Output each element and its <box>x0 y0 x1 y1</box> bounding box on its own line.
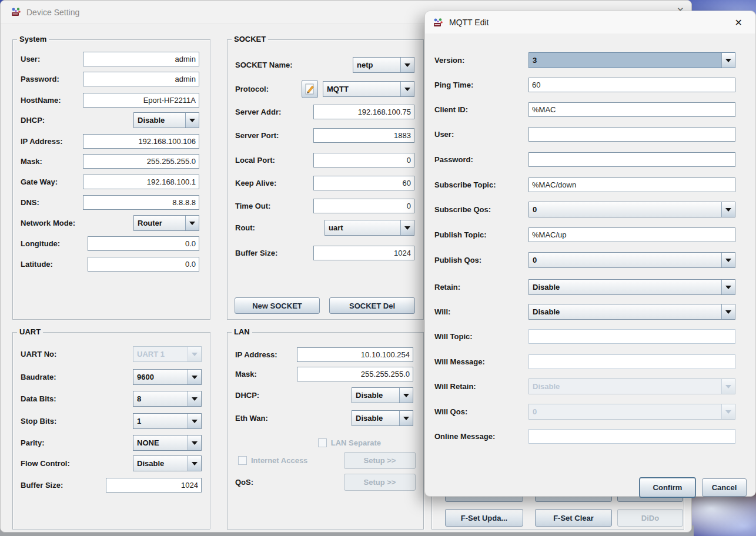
chevron-down-icon <box>721 404 735 419</box>
version-select[interactable]: 3 <box>528 52 735 68</box>
subscribe-topic-input[interactable] <box>528 177 735 192</box>
flow-control-select[interactable]: Disable <box>133 455 202 471</box>
system-group-title: System <box>17 34 49 45</box>
lan-group: LAN IP Address: Mask: DHCP: Disable Eth … <box>227 332 424 530</box>
field-row: Will Topic: <box>434 329 735 344</box>
internet-access-checkbox[interactable] <box>238 456 247 465</box>
rout-select[interactable]: uart <box>325 220 414 236</box>
field-row: Rout: uart <box>235 220 414 236</box>
socket-name-value: netp <box>353 58 400 72</box>
eth-wan-select[interactable]: Disable <box>352 410 413 426</box>
chevron-down-icon <box>721 304 735 319</box>
field-row: DHCP: Disable <box>21 112 199 128</box>
chevron-down-icon <box>185 216 199 230</box>
ip-address-input[interactable] <box>83 134 199 149</box>
will-topic-input[interactable] <box>528 329 735 344</box>
chevron-down-icon <box>399 411 413 426</box>
server-port-input[interactable] <box>313 128 414 143</box>
password-input[interactable] <box>83 72 199 86</box>
new-socket-button[interactable]: New SOCKET <box>235 297 320 314</box>
baudrate-select[interactable]: 9600 <box>133 369 202 385</box>
qos-setup-button[interactable]: Setup >> <box>344 474 416 491</box>
online-message-input[interactable] <box>528 429 735 444</box>
socket-del-button[interactable]: SOCKET Del <box>329 297 415 314</box>
socket-buffer-size-input[interactable] <box>313 246 414 260</box>
will-select[interactable]: Disable <box>528 304 735 320</box>
will-retain-select[interactable]: Disable <box>528 378 735 394</box>
gateway-input[interactable] <box>83 175 199 189</box>
will-qos-label: Will Qos: <box>434 407 467 416</box>
dido-button[interactable]: DiDo <box>617 509 683 527</box>
protocol-value: MQTT <box>323 82 400 96</box>
field-row: Gate Way: <box>21 174 199 190</box>
mqtt-edit-titlebar[interactable]: MQTT Edit ✕ <box>425 11 755 34</box>
data-bits-select[interactable]: 8 <box>133 391 202 407</box>
mqtt-user-input[interactable] <box>528 127 735 142</box>
stop-bits-select[interactable]: 1 <box>133 413 202 429</box>
mask-input[interactable] <box>83 154 199 169</box>
mqtt-edit-dialog: MQTT Edit ✕ Version: 3 Ping Time: Client… <box>424 11 756 497</box>
retain-select[interactable]: Disable <box>528 279 735 295</box>
confirm-button[interactable]: Confirm <box>640 478 695 497</box>
version-value: 3 <box>529 53 721 68</box>
user-label: User: <box>21 55 40 63</box>
field-row: Protocol: MQTT <box>235 80 414 98</box>
longitude-input[interactable] <box>88 236 199 251</box>
parity-value: NONE <box>133 436 188 450</box>
keep-alive-input[interactable] <box>313 176 414 190</box>
lan-mask-input[interactable] <box>297 367 413 381</box>
protocol-edit-button[interactable] <box>302 80 318 98</box>
fset-clear-button[interactable]: F-Set Clear <box>535 509 612 527</box>
uart-buffer-size-input[interactable] <box>106 478 202 493</box>
field-row: Client ID: <box>434 102 735 118</box>
client-id-input[interactable] <box>528 102 735 117</box>
ping-time-input[interactable] <box>528 78 735 92</box>
socket-name-select[interactable]: netp <box>353 57 414 73</box>
uart-no-select[interactable]: UART 1 <box>133 346 202 362</box>
lan-separate-checkbox[interactable] <box>318 438 327 447</box>
lan-dhcp-select[interactable]: Disable <box>352 387 413 403</box>
chevron-down-icon <box>721 202 735 217</box>
server-addr-input[interactable] <box>313 105 414 119</box>
dns-input[interactable] <box>83 195 199 210</box>
hostname-input[interactable] <box>83 93 199 108</box>
internet-access-setup-button[interactable]: Setup >> <box>344 452 416 469</box>
eth-wan-label: Eth Wan: <box>235 414 268 423</box>
dns-label: DNS: <box>21 198 39 207</box>
field-row: Buffer Size: <box>21 477 202 493</box>
lan-ip-address-input[interactable] <box>297 347 413 362</box>
latitude-input[interactable] <box>88 257 199 272</box>
field-row: Data Bits: 8 <box>21 391 202 407</box>
version-label: Version: <box>434 56 464 65</box>
chevron-down-icon <box>188 436 201 450</box>
socket-group-title: SOCKET <box>232 34 268 45</box>
user-input[interactable] <box>83 52 199 66</box>
field-row: Retain: Disable <box>434 279 735 295</box>
will-message-input[interactable] <box>528 354 735 369</box>
local-port-input[interactable] <box>313 153 414 168</box>
publish-topic-input[interactable] <box>528 227 735 242</box>
subscribe-qos-select[interactable]: 0 <box>528 202 735 217</box>
field-row: Buffer Size: <box>235 245 414 261</box>
will-qos-select[interactable]: 0 <box>528 404 735 420</box>
dialog-close-icon[interactable]: ✕ <box>730 16 747 29</box>
field-row: IP Address: <box>235 347 413 363</box>
field-row: Server Addr: <box>235 104 414 120</box>
time-out-input[interactable] <box>313 199 414 213</box>
field-row: QoS: Setup >> <box>235 473 416 491</box>
fset-update-button[interactable]: F-Set Upda... <box>445 509 523 527</box>
mqtt-user-label: User: <box>434 130 454 139</box>
chevron-down-icon <box>721 379 735 394</box>
field-row: Time Out: <box>235 198 414 214</box>
publish-qos-select[interactable]: 0 <box>528 252 735 268</box>
field-row: IP Address: <box>21 133 199 149</box>
dhcp-select[interactable]: Disable <box>133 112 199 128</box>
field-row: Online Message: <box>434 428 735 444</box>
field-row: Will Qos: 0 <box>434 404 735 420</box>
network-mode-select[interactable]: Router <box>133 215 199 231</box>
field-row: Will Retain: Disable <box>434 378 735 394</box>
mqtt-password-input[interactable] <box>528 152 735 167</box>
cancel-button[interactable]: Cancel <box>702 478 747 497</box>
parity-select[interactable]: NONE <box>133 435 202 451</box>
protocol-select[interactable]: MQTT <box>323 81 414 97</box>
